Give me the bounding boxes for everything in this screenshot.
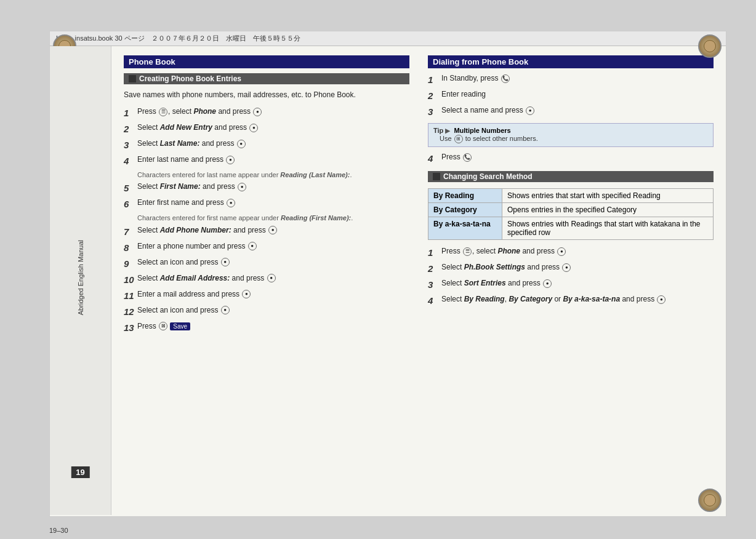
btn-icon-dial-4: 📞	[463, 153, 472, 162]
tip-content: Use ⊞ to select other numbers.	[440, 135, 708, 143]
step-num-7: 7	[124, 225, 137, 238]
step-content-7: Select Add Phone Number: and press ●	[137, 225, 409, 236]
table-row-1: By Reading Shows entries that start with…	[428, 189, 714, 203]
left-column: Phone Book Creating Phone Book Entries S…	[124, 55, 409, 506]
top-bar: L120_insatsu.book 30 ページ ２００７年６月２０日 水曜日 …	[50, 31, 726, 46]
change-step-1: 1 Press ☰, select Phone and press ●	[428, 246, 714, 259]
sidebar-label: Abridged English Manual	[77, 240, 84, 315]
main-section-header: Phone Book	[124, 55, 409, 68]
dial-step-content-1: In Standby, press 📞	[441, 73, 714, 84]
dialing-section-label: Dialing from Phone Book	[433, 57, 528, 66]
btn-icon-menu: ☰	[159, 108, 167, 116]
step-content-8: Enter a phone number and press ●	[137, 241, 409, 252]
content-area: Abridged English Manual 19 Phone Book Cr…	[50, 46, 726, 515]
step-content-3: Select Last Name: and press ●	[137, 138, 409, 149]
step-num-1: 1	[124, 106, 137, 119]
main-content: Phone Book Creating Phone Book Entries S…	[111, 46, 726, 515]
table-row-2: By Category Opens entries in the specifi…	[428, 203, 714, 217]
change-step-4: 4 Select By Reading, By Category or By a…	[428, 294, 714, 307]
method-table: By Reading Shows entries that start with…	[428, 188, 714, 240]
btn-icon-ok-9: ●	[221, 258, 230, 266]
step-num-10: 10	[124, 273, 137, 286]
page-footer: 19–30	[49, 527, 68, 534]
change-step-num-1: 1	[428, 246, 441, 259]
change-step-num-3: 3	[428, 278, 441, 291]
changing-subsection-header: Changing Search Method	[428, 171, 714, 182]
step-content-10: Select Add Email Address: and press ●	[137, 273, 409, 284]
btn-icon-ok-11: ●	[242, 290, 251, 298]
corner-decoration-tr	[698, 34, 723, 59]
dial-step-3: 3 Select a name and press ●	[428, 105, 714, 118]
page-number-box: 19	[71, 466, 89, 478]
btn-icon-ok-4: ●	[226, 156, 235, 164]
table-method-3: By a-ka-sa-ta-na	[428, 217, 502, 240]
change-step-content-3: Select Sort Entries and press ●	[441, 278, 714, 289]
save-badge: Save	[170, 322, 190, 330]
step-num-12: 12	[124, 305, 137, 318]
dial-step-num-3: 3	[428, 105, 441, 118]
step-num-4: 4	[124, 154, 137, 167]
btn-icon-tip: ⊞	[454, 135, 463, 143]
step-num-11: 11	[124, 289, 137, 302]
step-num-3: 3	[124, 138, 137, 151]
tip-title: Multiple Numbers	[454, 127, 510, 134]
step-num-13: 13	[124, 321, 137, 334]
btn-icon-ok-1: ●	[253, 108, 262, 116]
step-num-9: 9	[124, 257, 137, 270]
black-square-icon	[129, 75, 136, 82]
change-step-content-4: Select By Reading, By Category or By a-k…	[441, 294, 714, 305]
btn-icon-change-1a: ☰	[463, 247, 472, 256]
step-13: 13 Press ⊠ Save	[124, 321, 409, 334]
dialing-section-header: Dialing from Phone Book	[428, 55, 714, 68]
step-12: 12 Select an icon and press ●	[124, 305, 409, 318]
step-7: 7 Select Add Phone Number: and press ●	[124, 225, 409, 238]
dialing-steps-list: 1 In Standby, press 📞 2 Enter reading 3	[428, 73, 714, 118]
creating-subsection-label: Creating Phone Book Entries	[139, 74, 241, 83]
table-row-3: By a-ka-sa-ta-na Shows entries with Read…	[428, 217, 714, 240]
change-step-3: 3 Select Sort Entries and press ●	[428, 278, 714, 291]
tip-label: Tip	[433, 127, 443, 134]
btn-icon-end-13: ⊠	[159, 322, 167, 330]
page-container: L120_insatsu.book 30 ページ ２００７年６月２０日 水曜日 …	[49, 31, 726, 517]
step-11: 11 Enter a mail address and press ●	[124, 289, 409, 302]
btn-icon-ok-10: ●	[267, 274, 276, 282]
step-content-9: Select an icon and press ●	[137, 257, 409, 268]
table-method-1: By Reading	[428, 189, 502, 203]
changing-subsection-label: Changing Search Method	[443, 172, 533, 181]
btn-icon-ok-3: ●	[237, 140, 246, 148]
change-step-num-4: 4	[428, 294, 441, 307]
creating-subsection-header: Creating Phone Book Entries	[124, 73, 409, 84]
right-column: Dialing from Phone Book 1 In Standby, pr…	[428, 55, 714, 506]
dialing-step4-list: 4 Press 📞	[428, 152, 714, 165]
step-content-4: Enter last name and press ●	[137, 154, 409, 165]
dial-step-num-4: 4	[428, 152, 441, 165]
footer-page-num: 19–30	[49, 527, 68, 534]
btn-icon-change-3: ●	[543, 279, 552, 288]
btn-icon-ok-2: ●	[249, 124, 258, 132]
btn-icon-ok-12: ●	[221, 306, 230, 314]
black-square-icon-2	[433, 173, 440, 180]
changing-steps-list: 1 Press ☰, select Phone and press ● 2 Se…	[428, 246, 714, 307]
step-num-5: 5	[124, 182, 137, 194]
change-step-content-2: Select Ph.Book Settings and press ●	[441, 262, 714, 273]
btn-icon-change-2: ●	[562, 263, 571, 272]
dial-step-content-4: Press 📞	[441, 152, 714, 162]
step-num-8: 8	[124, 241, 137, 254]
step-content-2: Select Add New Entry and press ●	[137, 122, 409, 133]
table-desc-3: Shows entries with Readings that start w…	[502, 217, 714, 240]
step-4: 4 Enter last name and press ●	[124, 154, 409, 167]
step-8: 8 Enter a phone number and press ●	[124, 241, 409, 254]
tip-box: Tip ▶ Multiple Numbers Use ⊞ to select o…	[428, 123, 714, 147]
step-content-5: Select First Name: and press ●	[137, 182, 409, 192]
dial-step-num-1: 1	[428, 73, 441, 86]
step-2: 2 Select Add New Entry and press ●	[124, 122, 409, 135]
intro-text: Save names with phone numbers, mail addr…	[124, 89, 409, 100]
dial-step-content-2: Enter reading	[441, 89, 714, 100]
step-content-13: Press ⊠ Save	[137, 321, 409, 332]
step-6-note: Characters entered for first name appear…	[137, 214, 409, 222]
step-content-12: Select an icon and press ●	[137, 305, 409, 316]
step-3: 3 Select Last Name: and press ●	[124, 138, 409, 151]
step-content-1: Press ☰, select Phone and press ●	[137, 106, 409, 117]
dial-step-num-2: 2	[428, 89, 441, 102]
table-desc-1: Shows entries that start with specified …	[502, 189, 714, 203]
